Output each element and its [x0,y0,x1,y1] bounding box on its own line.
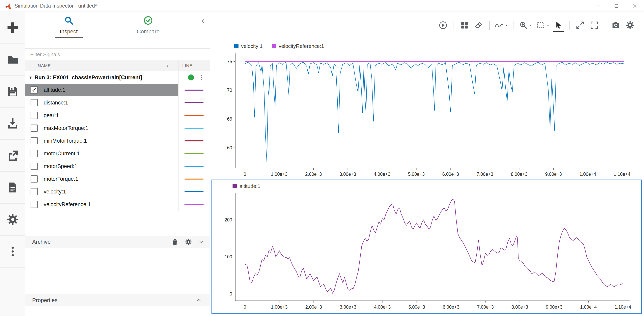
run-status-dot [188,74,194,80]
archive-label: Archive [32,239,51,245]
signal-line-cell [178,172,210,185]
chevron-left-icon [200,18,206,24]
signal-line-cell [178,84,210,96]
svg-text:4.00e+3: 4.00e+3 [374,304,391,310]
signal-row[interactable]: velocityReference:1 [25,198,210,211]
signal-name: motorSpeed:1 [44,163,78,170]
signal-checkbox[interactable] [30,150,38,157]
svg-text:75: 75 [227,59,232,64]
window-title: Simulation Data Inspector - untitled* [14,3,97,9]
sort-ascending-icon[interactable]: ▴ [166,64,168,68]
signal-checkbox[interactable] [30,124,38,132]
legend-label: velocity:1 [241,43,262,49]
svg-text:100: 100 [224,254,232,260]
fullscreen-button[interactable] [589,19,600,32]
minimize-button[interactable] [589,0,607,12]
signal-row[interactable]: motorCurrent:1 [25,147,210,160]
column-header-name[interactable]: NAME [25,63,51,68]
signal-checkbox[interactable] [30,188,38,195]
subplot-layout-button[interactable] [459,19,470,32]
signal-name: motorTorque:1 [44,176,78,182]
signal-table: NAME ▴ LINE ▾ Run 3: EX001_chassisPowert… [25,60,210,211]
signal-name: altitude:1 [44,87,66,93]
run-group-row[interactable]: ▾ Run 3: EX001_chassisPowertrain[Current… [25,71,210,84]
playback-button[interactable] [438,19,448,32]
column-header-line[interactable]: LINE [182,63,192,68]
velocity-chart[interactable]: velocity:1velocityReference:101.00e+32.0… [219,42,638,180]
tab-inspect[interactable]: Inspect [37,16,100,38]
signal-checkbox[interactable] [30,99,38,106]
properties-section-header[interactable]: Properties [25,294,210,306]
export-button[interactable] [0,140,25,172]
svg-text:0: 0 [244,172,246,177]
signal-display-button[interactable] [495,19,508,32]
filter-signals-input[interactable] [30,51,205,58]
trash-icon[interactable] [172,238,178,245]
maximize-icon [614,3,620,9]
zoom-region-button[interactable] [536,19,550,32]
signal-row[interactable]: maxMotorTorque:1 [25,122,210,134]
signal-line-swatch [184,178,204,180]
signal-row[interactable]: motorTorque:1 [25,172,210,185]
add-button[interactable] [0,12,25,44]
plot-canvas[interactable]: 01.00e+32.00e+33.00e+34.00e+35.00e+36.00… [219,51,638,180]
legend-swatch [272,44,276,48]
signal-row[interactable]: gear:1 [25,109,210,122]
clear-plots-button[interactable] [474,19,484,32]
maximize-button[interactable] [607,0,626,12]
signal-name: velocityReference:1 [44,202,91,208]
signal-line-cell [178,198,210,211]
archive-section-header[interactable]: Archive [25,236,210,248]
preferences-button[interactable] [0,204,25,236]
legend-label: altitude:1 [240,183,260,189]
signal-checkbox[interactable] [30,112,38,119]
create-report-button[interactable] [0,172,25,204]
left-toolbar [0,12,25,316]
pointer-tool-button[interactable] [553,19,564,32]
svg-text:2.00e+3: 2.00e+3 [305,172,322,177]
import-button[interactable] [0,108,25,140]
disclosure-triangle-icon[interactable]: ▾ [30,75,32,80]
signal-checkbox[interactable] [30,201,38,208]
collapse-panel-button[interactable] [200,18,206,25]
minimize-icon [595,3,601,9]
signal-line-swatch [184,153,204,154]
svg-text:1.10e+4: 1.10e+4 [614,172,630,177]
save-button[interactable] [0,76,25,108]
signal-checkbox[interactable]: ✓ [30,86,38,94]
tab-compare-label: Compare [132,28,164,37]
fit-to-view-button[interactable] [575,19,586,32]
chevron-up-icon[interactable] [196,297,202,303]
signal-name: distance:1 [44,100,68,106]
signal-checkbox[interactable] [30,176,38,182]
chart-legend: velocity:1velocityReference:1 [219,42,638,51]
run-menu-button[interactable] [198,74,205,82]
check-circle-icon [144,16,153,25]
signal-row[interactable]: motorSpeed:1 [25,160,210,172]
signal-checkbox[interactable] [30,137,38,144]
legend-item: velocity:1 [234,43,262,49]
svg-text:0: 0 [244,304,246,310]
svg-text:1.00e+3: 1.00e+3 [271,172,288,177]
zoom-button[interactable] [519,19,532,32]
more-options-button[interactable] [0,236,25,268]
signal-row[interactable]: distance:1 [25,96,210,109]
signal-row[interactable]: velocity:1 [25,185,210,198]
snapshot-button[interactable] [610,19,621,32]
signal-checkbox[interactable] [30,163,38,170]
plot-settings-button[interactable] [625,19,636,32]
svg-text:5.00e+3: 5.00e+3 [408,304,425,310]
svg-text:1.00e+3: 1.00e+3 [271,304,288,310]
open-button[interactable] [0,44,25,76]
chevron-down-icon[interactable] [198,239,204,245]
plot-canvas[interactable]: 01.00e+32.00e+33.00e+34.00e+35.00e+36.00… [214,191,640,313]
signal-line-cell [178,160,210,172]
altitude-chart[interactable]: altitude:101.00e+32.00e+33.00e+34.00e+35… [212,180,642,314]
close-button[interactable] [626,0,644,12]
signal-row[interactable]: ✓altitude:1 [25,84,210,96]
signal-row[interactable]: minMotorTorque:1 [25,134,210,147]
signal-line-swatch [184,115,204,116]
camera-icon [612,21,620,30]
tab-compare[interactable]: Compare [116,16,180,37]
gear-icon[interactable] [185,238,192,245]
